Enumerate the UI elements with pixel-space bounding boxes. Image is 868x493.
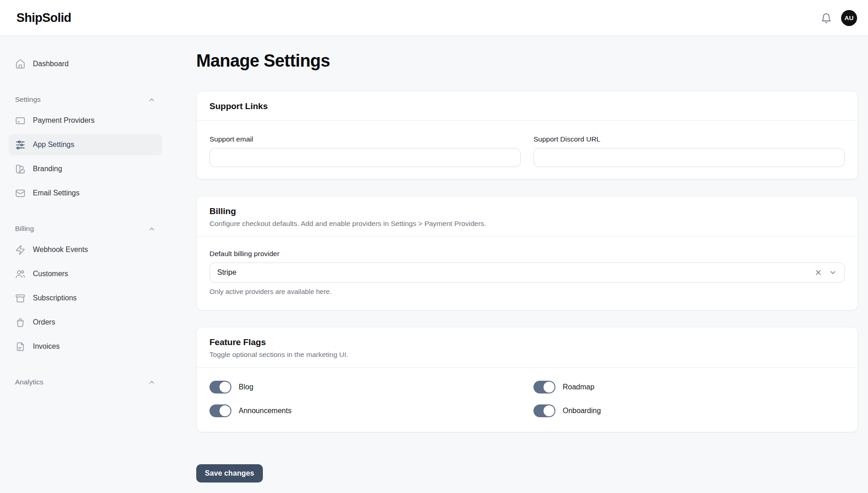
- sidebar-item-invoices[interactable]: Invoices: [9, 336, 162, 357]
- users-icon: [15, 269, 26, 279]
- sidebar-item-label: Payment Providers: [33, 116, 94, 125]
- section-label: Settings: [15, 95, 41, 104]
- clear-selection-button[interactable]: [814, 268, 822, 277]
- blog-toggle[interactable]: [209, 381, 231, 393]
- toggle-knob: [220, 382, 230, 393]
- support-discord-input[interactable]: [533, 148, 845, 167]
- chevron-up-icon: [148, 225, 156, 233]
- sidebar-item-label: Email Settings: [33, 189, 79, 197]
- card-description: Toggle optional sections in the marketin…: [209, 351, 845, 359]
- sidebar-item-label: App Settings: [33, 141, 74, 149]
- feature-flag-roadmap: Roadmap: [533, 378, 845, 396]
- swatch-book-icon: [15, 164, 26, 174]
- topbar: ShipSolid AU: [0, 0, 868, 36]
- feature-flag-blog: Blog: [209, 378, 521, 396]
- open-dropdown-button[interactable]: [829, 268, 837, 277]
- onboarding-toggle[interactable]: [533, 404, 555, 417]
- support-links-card: Support Links Support email Support Disc…: [196, 91, 858, 179]
- avatar[interactable]: AU: [841, 10, 857, 26]
- default-billing-provider-select[interactable]: Stripe: [209, 262, 845, 283]
- card-title: Feature Flags: [209, 337, 845, 347]
- section-label: Analytics: [15, 378, 43, 386]
- notifications-button[interactable]: [821, 12, 832, 24]
- chevron-up-icon: [148, 378, 156, 386]
- sidebar-item-branding[interactable]: Branding: [9, 158, 162, 179]
- zap-icon: [15, 245, 26, 255]
- archive-box-icon: [15, 293, 26, 304]
- card-description: Configure checkout defaults. Add and ena…: [209, 220, 845, 228]
- sidebar-item-app-settings[interactable]: App Settings: [9, 134, 162, 155]
- select-value: Stripe: [217, 268, 814, 277]
- billing-header: Billing Configure checkout defaults. Add…: [197, 196, 858, 237]
- card-title: Support Links: [209, 101, 845, 111]
- sidebar-item-label: Orders: [33, 318, 55, 326]
- sidebar-item-dashboard[interactable]: Dashboard: [9, 53, 162, 74]
- billing-body: Default billing provider Stripe Only a: [197, 237, 858, 310]
- support-links-body: Support email Support Discord URL: [197, 121, 858, 179]
- section-label: Billing: [15, 225, 34, 233]
- sidebar: Dashboard Settings Payment Providers: [0, 36, 171, 399]
- bell-icon: [821, 12, 832, 24]
- support-email-field-group: Support email: [209, 135, 521, 167]
- card-title: Billing: [209, 206, 845, 216]
- feature-flags-header: Feature Flags Toggle optional sections i…: [197, 327, 858, 368]
- app-logo[interactable]: ShipSolid: [16, 11, 71, 25]
- chevron-up-icon: [148, 96, 156, 104]
- support-email-input[interactable]: [209, 148, 521, 167]
- sidebar-item-payment-providers[interactable]: Payment Providers: [9, 110, 162, 131]
- save-changes-button[interactable]: Save changes: [196, 464, 263, 483]
- toggle-knob: [544, 382, 554, 393]
- toggle-label: Announcements: [239, 407, 292, 415]
- sidebar-item-label: Branding: [33, 165, 62, 173]
- home-icon: [15, 59, 26, 69]
- sidebar-item-webhook-events[interactable]: Webhook Events: [9, 239, 162, 260]
- sidebar-item-label: Invoices: [33, 342, 60, 351]
- support-email-label: Support email: [209, 135, 521, 143]
- feature-flags-body: Blog Roadmap Announcements Onboarding: [197, 368, 858, 432]
- toggle-label: Blog: [239, 383, 253, 391]
- chevron-down-icon: [829, 268, 837, 277]
- sidebar-item-customers[interactable]: Customers: [9, 263, 162, 284]
- topbar-actions: AU: [821, 10, 857, 26]
- file-text-icon: [15, 341, 26, 352]
- sidebar-section-settings[interactable]: Settings: [9, 95, 162, 104]
- sidebar-section-billing[interactable]: Billing: [9, 225, 162, 233]
- sidebar-item-label: Webhook Events: [33, 246, 88, 254]
- sidebar-item-label: Customers: [33, 270, 68, 278]
- support-links-header: Support Links: [197, 91, 858, 121]
- toggle-label: Roadmap: [563, 383, 594, 391]
- sidebar-item-label: Dashboard: [33, 60, 68, 68]
- main-content: Manage Settings Support Links Support em…: [171, 36, 868, 483]
- sliders-icon: [15, 140, 26, 150]
- x-icon: [814, 268, 822, 277]
- billing-provider-label: Default billing provider: [209, 250, 845, 258]
- toggle-knob: [220, 405, 230, 416]
- mail-icon: [15, 188, 26, 199]
- billing-provider-help: Only active providers are available here…: [209, 288, 845, 295]
- feature-flag-onboarding: Onboarding: [533, 402, 845, 420]
- toggle-knob: [544, 405, 554, 416]
- billing-card: Billing Configure checkout defaults. Add…: [196, 196, 858, 310]
- feature-flag-announcements: Announcements: [209, 402, 521, 420]
- sidebar-item-orders[interactable]: Orders: [9, 312, 162, 333]
- announcements-toggle[interactable]: [209, 404, 231, 417]
- credit-card-icon: [15, 115, 26, 126]
- sidebar-section-analytics[interactable]: Analytics: [9, 378, 162, 386]
- sidebar-item-email-settings[interactable]: Email Settings: [9, 183, 162, 204]
- feature-flags-card: Feature Flags Toggle optional sections i…: [196, 327, 858, 432]
- support-discord-label: Support Discord URL: [533, 135, 845, 143]
- sidebar-item-subscriptions[interactable]: Subscriptions: [9, 288, 162, 309]
- page-title: Manage Settings: [196, 51, 858, 71]
- sidebar-item-label: Subscriptions: [33, 294, 77, 302]
- support-discord-field-group: Support Discord URL: [533, 135, 845, 167]
- shopping-bag-icon: [15, 317, 26, 328]
- toggle-label: Onboarding: [563, 407, 601, 415]
- roadmap-toggle[interactable]: [533, 381, 555, 393]
